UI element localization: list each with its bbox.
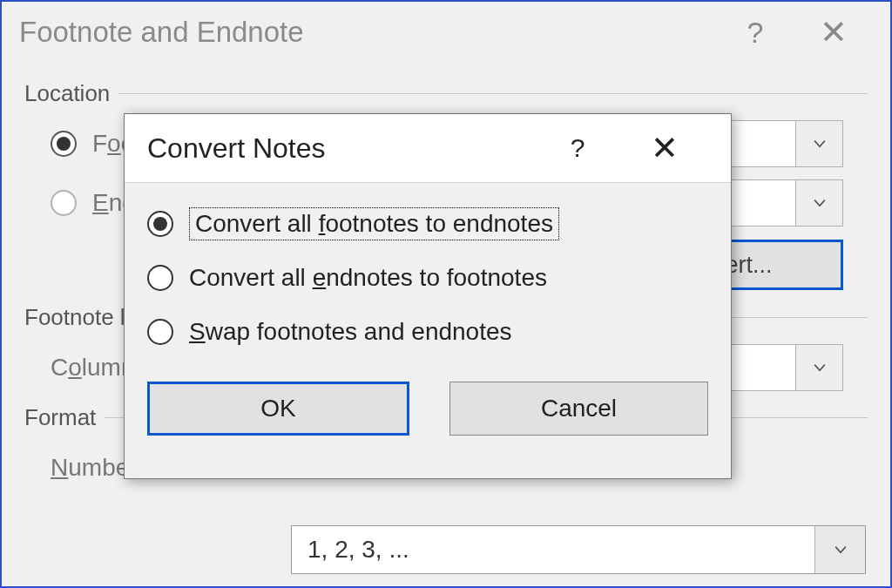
parent-title: Footnote and Endnote	[19, 16, 304, 49]
option-swap-footnotes-endnotes[interactable]: Swap footnotes and endnotes	[147, 305, 708, 359]
combo-value: 1, 2, 3, ...	[307, 536, 409, 564]
help-icon[interactable]: ?	[716, 16, 794, 50]
radio-icon	[147, 319, 173, 345]
close-icon[interactable]: ✕	[621, 129, 708, 167]
radio-icon	[147, 211, 173, 237]
cancel-button[interactable]: Cancel	[449, 382, 708, 436]
chevron-down-icon[interactable]	[795, 180, 842, 226]
child-body: Convert all footnotes to endnotes Conver…	[125, 182, 731, 478]
close-icon[interactable]: ✕	[794, 13, 873, 51]
convert-notes-dialog: Convert Notes ? ✕ Convert all footnotes …	[124, 113, 732, 479]
child-title: Convert Notes	[147, 132, 326, 165]
radio-endnotes[interactable]	[51, 190, 77, 216]
parent-titlebar: Footnote and Endnote ? ✕	[2, 2, 890, 63]
radio-footnotes[interactable]	[51, 131, 77, 157]
ok-button[interactable]: OK	[147, 382, 409, 436]
dialog-buttons: OK Cancel	[147, 382, 708, 436]
child-titlebar: Convert Notes ? ✕	[125, 114, 731, 182]
section-label: Location	[24, 80, 110, 107]
option-convert-endnotes-to-footnotes[interactable]: Convert all endnotes to footnotes	[147, 251, 708, 305]
option-label: Swap footnotes and endnotes	[189, 318, 512, 346]
option-label: Convert all endnotes to footnotes	[189, 264, 547, 292]
chevron-down-icon[interactable]	[814, 526, 865, 573]
chevron-down-icon[interactable]	[795, 345, 842, 390]
option-convert-footnotes-to-endnotes[interactable]: Convert all footnotes to endnotes	[147, 197, 708, 251]
radio-icon	[147, 265, 173, 291]
option-label: Convert all footnotes to endnotes	[189, 207, 559, 240]
section-label: Format	[24, 404, 96, 431]
chevron-down-icon[interactable]	[795, 121, 842, 166]
combo-number-format[interactable]: 1, 2, 3, ...	[291, 525, 866, 574]
help-icon[interactable]: ?	[534, 133, 621, 163]
section-location: Location	[24, 80, 868, 107]
